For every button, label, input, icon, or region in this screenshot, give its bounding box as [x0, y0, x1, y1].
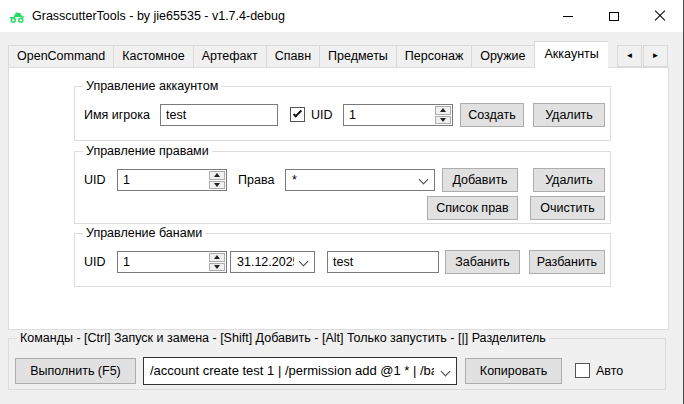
arrow-down-icon: [440, 118, 446, 122]
window-title: GrasscutterTools - by jie65535 - v1.7.4-…: [32, 0, 285, 32]
minimize-icon: [563, 16, 573, 17]
uid-label: UID: [84, 173, 106, 187]
create-account-button[interactable]: Создать: [460, 103, 524, 127]
accounts-tab-panel: Управление аккаунтом Имя игрока UID 1 Со…: [8, 67, 669, 330]
tab-scroll-right-button[interactable]: ►: [643, 45, 668, 67]
arrow-up-icon: [440, 108, 446, 112]
commands-group: Команды - [Ctrl] Запуск и замена - [Shif…: [8, 338, 666, 390]
tab-character[interactable]: Персонаж: [397, 45, 472, 68]
arrow-up-icon: [214, 255, 220, 259]
close-button[interactable]: [637, 0, 683, 32]
command-combobox[interactable]: /account create test 1 | /permission add…: [143, 357, 457, 385]
arrow-left-icon: ◄: [626, 51, 634, 60]
clear-permissions-button[interactable]: Очистить: [530, 196, 605, 220]
spin-up-button[interactable]: [435, 106, 451, 115]
app-window: GrasscutterTools - by jie65535 - v1.7.4-…: [0, 0, 684, 404]
account-management-group: Управление аккаунтом Имя игрока UID 1 Со…: [74, 86, 611, 141]
tab-weapon[interactable]: Оружие: [472, 45, 534, 68]
command-combobox-value: /account create test 1 | /permission add…: [150, 358, 434, 384]
maximize-icon: [609, 12, 619, 21]
arrow-right-icon: ►: [652, 51, 660, 60]
player-name-label: Имя игрока: [84, 108, 150, 122]
group-title: Управление аккаунтом: [83, 79, 221, 93]
arrow-down-icon: [214, 265, 220, 269]
maximize-button[interactable]: [591, 0, 637, 32]
perm-label: Права: [238, 173, 274, 187]
tab-spawn[interactable]: Спавн: [267, 45, 320, 68]
copy-command-button[interactable]: Копировать: [465, 358, 562, 384]
perm-uid-value: 1: [123, 170, 130, 190]
spin-up-button[interactable]: [209, 171, 225, 180]
tab-custom[interactable]: Кастомное: [114, 45, 193, 68]
permission-management-group: Управление правами UID 1 Права * Добавит…: [74, 151, 611, 224]
player-name-input[interactable]: [160, 104, 278, 126]
chevron-down-icon: [299, 257, 309, 267]
spin-down-button[interactable]: [209, 181, 225, 190]
group-title: Управление правами: [83, 144, 212, 158]
perm-combobox[interactable]: *: [285, 169, 435, 191]
auto-checkbox[interactable]: [575, 363, 590, 378]
ban-date-picker[interactable]: 31.12.2025: [230, 251, 315, 273]
check-icon: [293, 108, 302, 117]
tab-artifact[interactable]: Артефакт: [194, 45, 267, 68]
perm-combobox-value: *: [292, 170, 414, 190]
spin-down-button[interactable]: [209, 263, 225, 272]
spin-down-button[interactable]: [435, 116, 451, 125]
ban-button[interactable]: Забанить: [445, 250, 520, 274]
tab-scroll-left-button[interactable]: ◄: [617, 45, 642, 67]
tab-items[interactable]: Предметы: [320, 45, 397, 68]
unban-button[interactable]: Разбанить: [529, 250, 605, 274]
spin-up-button[interactable]: [209, 253, 225, 262]
perm-uid-spinner[interactable]: 1: [117, 169, 227, 191]
group-title: Команды - [Ctrl] Запуск и замена - [Shif…: [17, 331, 549, 345]
ban-reason-input[interactable]: [327, 251, 439, 273]
auto-checkbox-label: Авто: [596, 364, 623, 378]
chevron-down-icon: [441, 367, 451, 377]
group-title: Управление банами: [83, 226, 205, 240]
uid-checkbox[interactable]: [290, 107, 305, 122]
add-permission-button[interactable]: Добавить: [442, 168, 518, 192]
tab-strip: OpenCommand Кастомное Артефакт Спавн Пре…: [8, 41, 608, 68]
uid-spinner-value: 1: [349, 105, 356, 125]
uid-checkbox-label: UID: [311, 108, 333, 122]
titlebar: GrasscutterTools - by jie65535 - v1.7.4-…: [0, 0, 683, 32]
ban-uid-value: 1: [123, 252, 130, 272]
uid-spinner[interactable]: 1: [343, 104, 453, 126]
arrow-up-icon: [214, 173, 220, 177]
close-icon: [654, 10, 666, 22]
ban-date-value: 31.12.2025: [237, 252, 294, 272]
tab-accounts[interactable]: Аккаунты: [534, 41, 608, 68]
uid-label: UID: [84, 255, 106, 269]
remove-permission-button[interactable]: Удалить: [533, 168, 605, 192]
arrow-down-icon: [214, 183, 220, 187]
tab-opencommand[interactable]: OpenCommand: [8, 45, 114, 68]
permission-list-button[interactable]: Список прав: [427, 196, 518, 220]
ban-management-group: Управление банами UID 1 31.12.2025 Забан…: [74, 233, 611, 287]
ban-uid-spinner[interactable]: 1: [117, 251, 227, 273]
minimize-button[interactable]: [545, 0, 591, 32]
chevron-down-icon: [419, 175, 429, 185]
run-command-button[interactable]: Выполнить (F5): [15, 358, 136, 384]
delete-account-button[interactable]: Удалить: [533, 103, 605, 127]
app-icon: [8, 7, 26, 25]
